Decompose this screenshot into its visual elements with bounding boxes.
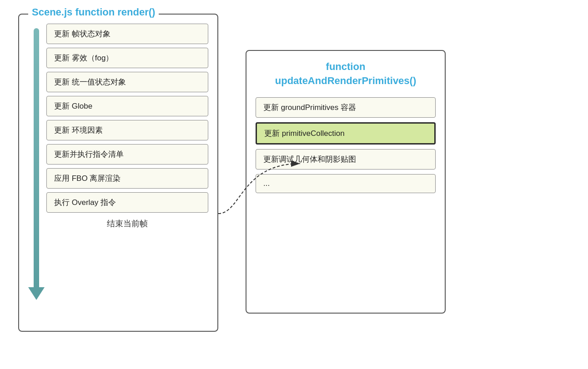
list-item: 更新 Globe — [46, 96, 208, 116]
left-panel-title: Scene.js function render() — [28, 6, 159, 18]
left-panel: Scene.js function render() 更新 帧状态对象 更新 雾… — [18, 14, 218, 332]
right-panel-title: function updateAndRenderPrimitives() — [256, 60, 436, 88]
arrow-head — [28, 287, 45, 300]
right-list-item-debug: 更新调试几何体和阴影贴图 — [256, 149, 436, 170]
list-item-update-commands: 更新并执行指令清单 — [46, 144, 208, 165]
flow-arrow — [28, 28, 45, 300]
list-item: 执行 Overlay 指令 — [46, 192, 208, 213]
right-panel: function updateAndRenderPrimitives() 更新 … — [246, 50, 446, 314]
left-panel-footer: 结束当前帧 — [46, 218, 208, 229]
list-item: 应用 FBO 离屏渲染 — [46, 168, 208, 189]
right-list-item-primitive-collection: 更新 primitiveCollection — [256, 122, 436, 145]
right-list-item-ground: 更新 groundPrimitives 容器 — [256, 97, 436, 118]
list-item: 更新 雾效（fog） — [46, 48, 208, 68]
diagram-container: Scene.js function render() 更新 帧状态对象 更新 雾… — [0, 0, 588, 369]
left-item-list: 更新 帧状态对象 更新 雾效（fog） 更新 统一值状态对象 更新 Globe … — [46, 24, 208, 213]
list-item: 更新 环境因素 — [46, 120, 208, 140]
list-item: 更新 帧状态对象 — [46, 24, 208, 44]
right-item-list: 更新 groundPrimitives 容器 更新 primitiveColle… — [256, 97, 436, 193]
arrow-line — [34, 28, 39, 287]
right-list-item-ellipsis: ... — [256, 174, 436, 193]
list-item: 更新 统一值状态对象 — [46, 72, 208, 92]
